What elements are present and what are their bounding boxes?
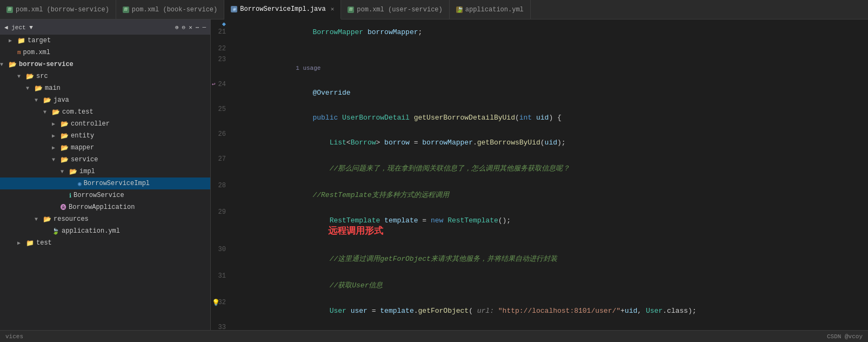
tab-label: pom.xml (book-service) [132, 6, 217, 14]
sidebar-item-target[interactable]: ▶ 📁 target [0, 35, 210, 47]
tree-item-label: pom.xml [23, 49, 50, 56]
sidebar-item-java[interactable]: ▼ 📂 java [0, 94, 210, 106]
bottom-bar: vices CSDN @vcoy [0, 330, 868, 342]
tab-label: pom.xml (user-service) [357, 6, 442, 14]
tree-item-label: target [28, 37, 51, 44]
tab-app-yml[interactable]: 🍃 application.yml [450, 0, 531, 19]
code-line-32: 💡 32 User user = template.getForObject( … [211, 298, 868, 323]
tab-label: application.yml [465, 6, 524, 14]
usage-hint: 1 usage [296, 65, 321, 71]
tree-item-label: java [54, 96, 69, 104]
java-class-icon: ◉ [78, 180, 82, 187]
chevron-icon: ▶ [52, 133, 61, 139]
tree-item-label: entity [71, 132, 94, 140]
editor-content[interactable]: ◆ 21 BorrowMapper borrowMapper; 22 [211, 19, 868, 330]
tree-item-label: resources [54, 215, 89, 223]
code-content[interactable]: RestTemplate template = new RestTemplate… [232, 208, 868, 245]
main-layout: ◀ ject ▼ ⊕ ⊖ ✕ ⋯ — ▶ 📁 target m pom.xml … [0, 19, 868, 330]
tree-item-label: application.yml [62, 227, 120, 235]
tree-item-label: BorrowService [74, 192, 124, 199]
code-line-21: ◆ 21 BorrowMapper borrowMapper; [211, 19, 868, 44]
tab-borrow-impl[interactable]: ◉ BorrowServiceImpl.java ✕ [224, 0, 341, 19]
tab-pom-user[interactable]: m pom.xml (user-service) [341, 0, 449, 19]
tab-icon-j: ◉ [231, 6, 237, 12]
tree-item-label: controller [71, 120, 110, 128]
code-content[interactable]: BorrowMapper borrowMapper; [232, 19, 868, 44]
sidebar-item-test[interactable]: ▶ 📁 test [0, 237, 210, 249]
sidebar-item-main[interactable]: ▼ 📂 main [0, 82, 210, 94]
folder-icon: 📂 [35, 84, 43, 93]
sidebar-header-label: ◀ ject ▼ [4, 24, 33, 31]
tab-close-button[interactable]: ✕ [331, 5, 335, 12]
sidebar-item-borrow-service-interface[interactable]: ℹ BorrowService [0, 189, 210, 201]
code-line-26: 26 List<Borrow> borrow = borrowMapper.ge… [211, 130, 868, 155]
line-number: 22 [211, 44, 232, 55]
sidebar: ◀ ject ▼ ⊕ ⊖ ✕ ⋯ — ▶ 📁 target m pom.xml … [0, 19, 211, 330]
sidebar-item-application-yml[interactable]: 🍃 application.yml [0, 225, 210, 237]
tab-icon-m2: m [123, 6, 129, 13]
add-icon[interactable]: ⊕ [175, 24, 179, 31]
line-number: 31 [211, 272, 232, 298]
code-content[interactable]: @Override [232, 80, 868, 105]
collapse-icon[interactable]: ⊖ [182, 24, 186, 31]
sidebar-item-entity[interactable]: ▶ 📂 entity [0, 130, 210, 142]
code-line-23: 23 1 usage [211, 55, 868, 80]
code-content[interactable]: List<Borrow> borrow = borrowMapper.getBo… [232, 130, 868, 155]
folder-icon: 📁 [17, 37, 25, 45]
sidebar-item-borrow-service[interactable]: ▼ 📂 borrow-service [0, 58, 210, 70]
code-table: ◆ 21 BorrowMapper borrowMapper; 22 [211, 19, 868, 330]
code-content[interactable]: //那么问题来了，现在拿到借阅关联信息了，怎么调用其他服务获取信息呢？ [232, 155, 868, 181]
folder-icon: 📂 [9, 61, 17, 69]
chevron-icon: ▶ [17, 240, 26, 246]
code-line-31: 31 //获取User信息 [211, 272, 868, 298]
remote-call-annotation: 远程调用形式 [328, 226, 383, 236]
code-content[interactable]: 1 usage [232, 55, 868, 80]
sidebar-item-controller[interactable]: ▶ 📂 controller [0, 118, 210, 130]
code-content[interactable]: //获取User信息 [232, 272, 868, 298]
sidebar-item-pom-xml[interactable]: m pom.xml [0, 47, 210, 58]
chevron-icon: ▶ [52, 121, 61, 127]
status-label: CSDN @vcoy [827, 333, 863, 340]
code-content[interactable]: public UserBorrowDetail getUserBorrowDet… [232, 105, 868, 130]
tab-label: BorrowServiceImpl.java [240, 5, 325, 13]
code-content[interactable]: //RestTemplate支持多种方式的远程调用 [232, 181, 868, 208]
chevron-icon: ▼ [61, 169, 69, 175]
bottom-label-text: vices [5, 333, 23, 340]
tree-item-label: com.test [62, 108, 94, 116]
code-line-28: 28 //RestTemplate支持多种方式的远程调用 [211, 181, 868, 208]
tab-icon-y: 🍃 [456, 6, 463, 13]
sidebar-item-borrow-application[interactable]: 🅐 BorrowApplication [0, 201, 210, 213]
code-line-27: 27 //那么问题来了，现在拿到借阅关联信息了，怎么调用其他服务获取信息呢？ [211, 155, 868, 181]
code-content[interactable]: //获取每一本书的详细信息 [232, 323, 868, 330]
tab-pom-borrow[interactable]: m pom.xml (borrow-service) [0, 0, 116, 19]
minimize-icon[interactable]: — [202, 24, 206, 31]
tab-icon-m3: m [348, 6, 354, 13]
sidebar-item-impl[interactable]: ▼ 📂 impl [0, 166, 210, 177]
chevron-icon: ▼ [35, 216, 43, 222]
sidebar-item-com-test[interactable]: ▼ 📂 com.test [0, 106, 210, 118]
close-sidebar-icon[interactable]: ✕ [189, 24, 192, 31]
sidebar-item-mapper[interactable]: ▶ 📂 mapper [0, 142, 210, 154]
folder-icon: 📂 [61, 120, 69, 128]
folder-icon: 📁 [26, 239, 34, 247]
sidebar-item-service[interactable]: ▼ 📂 service [0, 154, 210, 166]
sidebar-item-resources[interactable]: ▼ 📂 resources [0, 213, 210, 225]
more-icon[interactable]: ⋯ [196, 24, 199, 31]
chevron-icon: ▶ [52, 144, 61, 151]
line-number: 28 [211, 181, 232, 208]
tree-item-label: BorrowApplication [69, 203, 135, 211]
line-number: 25 [211, 105, 232, 130]
tab-pom-book[interactable]: m pom.xml (book-service) [116, 0, 224, 19]
line-number: ◆ 21 [211, 19, 232, 44]
code-content[interactable]: User user = template.getForObject( url: … [232, 298, 868, 323]
chevron-icon: ▼ [43, 109, 52, 115]
sidebar-item-borrow-service-impl[interactable]: ◉ BorrowServiceImpl [0, 177, 210, 189]
code-line-24: ↩ 24 @Override [211, 80, 868, 105]
code-content[interactable] [232, 44, 868, 55]
chevron-icon: ▶ [9, 37, 17, 44]
sidebar-item-src[interactable]: ▼ 📂 src [0, 70, 210, 82]
tree-item-label: main [45, 84, 61, 92]
tree-item-label: src [36, 73, 48, 80]
tree-item-label: test [36, 239, 52, 247]
code-content[interactable]: //这里通过调用getForObject来请求其他服务，并将结果自动进行封装 [232, 245, 868, 272]
